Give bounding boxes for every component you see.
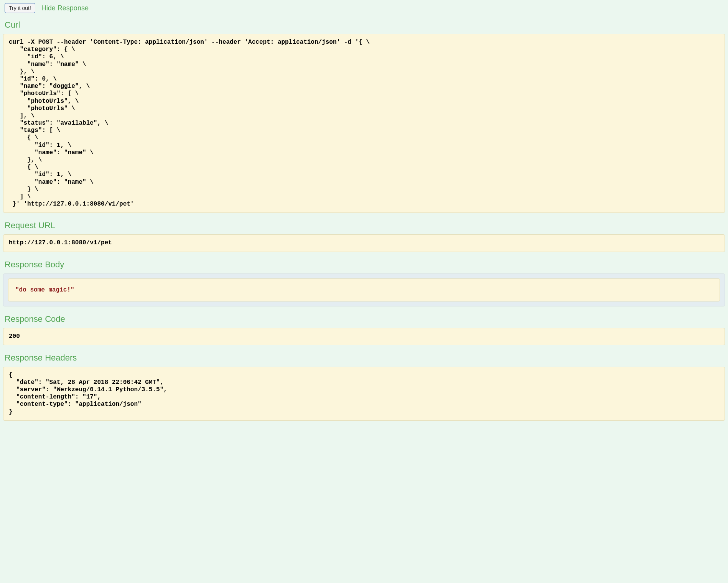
response-headers-block: { "date": "Sat, 28 Apr 2018 22:06:42 GMT… <box>3 367 725 421</box>
response-body-heading: Response Body <box>3 260 725 270</box>
response-headers-heading: Response Headers <box>3 353 725 363</box>
hide-response-link[interactable]: Hide Response <box>41 4 89 12</box>
try-it-out-button[interactable]: Try it out! <box>5 3 35 13</box>
response-code-block: 200 <box>3 328 725 345</box>
top-bar: Try it out! Hide Response <box>3 3 725 13</box>
request-url-heading: Request URL <box>3 221 725 231</box>
curl-heading: Curl <box>3 20 725 30</box>
curl-code-block: curl -X POST --header 'Content-Type: app… <box>3 34 725 213</box>
response-body-wrapper: "do some magic!" <box>3 273 725 306</box>
response-code-heading: Response Code <box>3 314 725 324</box>
request-url-block: http://127.0.0.1:8080/v1/pet <box>3 234 725 252</box>
response-body-block: "do some magic!" <box>8 278 720 301</box>
